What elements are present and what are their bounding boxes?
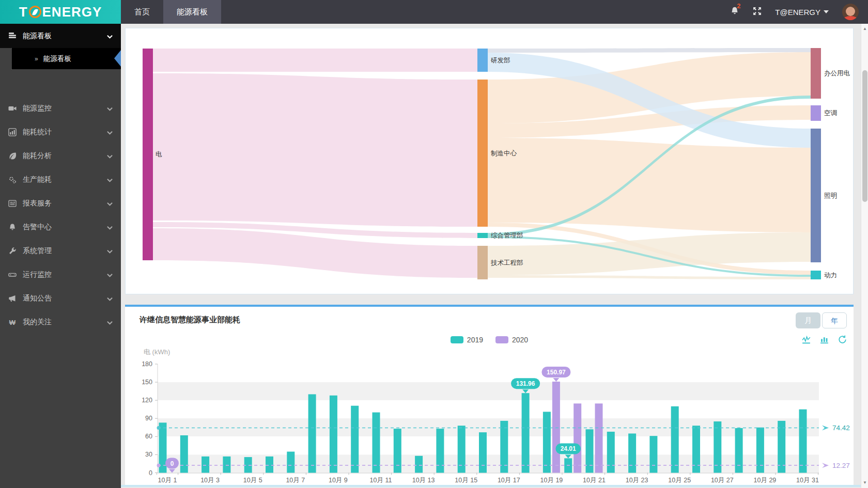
sankey-node-jishu[interactable] bbox=[477, 246, 488, 279]
sankey-node-dian[interactable] bbox=[143, 49, 153, 260]
x-tick-label: 10月 13 bbox=[412, 477, 435, 484]
notification-bell[interactable]: 2 bbox=[730, 6, 739, 18]
x-tick-label: 10月 17 bbox=[498, 477, 520, 484]
sankey-link-jishu-dongli[interactable] bbox=[488, 275, 811, 279]
user-menu[interactable]: T@ENERGY bbox=[775, 8, 829, 17]
bar-2019-10月 9[interactable] bbox=[330, 396, 337, 473]
bar-2019-10月 16[interactable] bbox=[479, 432, 487, 473]
chevron-down-icon bbox=[107, 104, 113, 113]
sankey-link-yanfa-bangong[interactable] bbox=[488, 48, 811, 53]
sankey-node-dongli[interactable] bbox=[811, 271, 821, 279]
bar-2019-10月 6[interactable] bbox=[266, 456, 273, 473]
sankey-node-yanfa[interactable] bbox=[477, 49, 488, 72]
leaf-icon bbox=[8, 152, 17, 160]
sankey-node-kongtiao[interactable] bbox=[811, 105, 821, 121]
chevron-down-icon bbox=[107, 32, 113, 40]
bar-2019-10月 22[interactable] bbox=[607, 432, 615, 473]
bar-2019-10月 5[interactable] bbox=[244, 457, 252, 473]
chevron-down-icon bbox=[107, 271, 113, 279]
bar-2019-10月 14[interactable] bbox=[436, 429, 444, 473]
sankey-node-bangong[interactable] bbox=[811, 48, 821, 99]
chevron-down-icon bbox=[107, 223, 113, 231]
bar-2019-10月 7[interactable] bbox=[287, 452, 295, 473]
sankey-link-dian-zhizao[interactable] bbox=[153, 73, 477, 227]
x-tick-label: 10月 5 bbox=[243, 477, 262, 484]
x-tick-label: 10月 1 bbox=[158, 477, 177, 484]
tab-energy-kanban[interactable]: 能源看板 bbox=[163, 0, 221, 24]
bar-2020-10月 20[interactable] bbox=[574, 403, 581, 473]
sidebar-item-report[interactable]: 报表服务 bbox=[0, 192, 121, 215]
app-logo[interactable]: TENERGY bbox=[0, 0, 121, 24]
logo-text-t: T bbox=[19, 4, 28, 20]
scroll-down-icon[interactable]: ▼ bbox=[861, 479, 868, 487]
sankey-link-dian-yanfa[interactable] bbox=[153, 49, 477, 72]
vertical-scrollbar[interactable]: ▲ ▼ bbox=[861, 24, 868, 488]
bar-2019-10月 21[interactable] bbox=[586, 429, 594, 473]
bar-2019-10月 28[interactable] bbox=[735, 428, 743, 473]
chevron-down-icon bbox=[107, 294, 113, 303]
bar-2020-10月 19[interactable] bbox=[552, 382, 560, 473]
bar-2019-10月 12[interactable] bbox=[394, 429, 401, 473]
energy-bar-card: 许继信息智慧能源事业部能耗 月 年 20192020 0306090120150… bbox=[125, 305, 854, 485]
sidebar-item-label: 报表服务 bbox=[23, 199, 52, 208]
bar-2019-10月 18[interactable] bbox=[522, 393, 530, 473]
bar-2020-10月 21[interactable] bbox=[595, 403, 603, 473]
sankey-node-zhizao[interactable] bbox=[477, 80, 488, 227]
sidebar-item-gears[interactable]: 生产能耗 bbox=[0, 168, 121, 192]
header-tabs: 首页能源看板 bbox=[121, 0, 221, 24]
y-tick-label: 0 bbox=[149, 469, 152, 477]
tab-home[interactable]: 首页 bbox=[121, 0, 163, 24]
sidebar-item-label: 系统管理 bbox=[23, 246, 52, 256]
bar-2019-10月 31[interactable] bbox=[799, 410, 807, 473]
sidebar-item-bell[interactable]: 告警中心 bbox=[0, 215, 121, 239]
chevron-down-icon bbox=[107, 152, 113, 160]
sidebar-item-megaphone[interactable]: 通知公告 bbox=[0, 287, 121, 310]
bar-2019-10月 23[interactable] bbox=[628, 433, 636, 473]
sankey-link-zhizao-zhaoming[interactable] bbox=[488, 138, 811, 232]
sidebar-item-label: 生产能耗 bbox=[23, 175, 52, 184]
sankey-node-zonghe[interactable] bbox=[477, 233, 488, 238]
sidebar-item-label: 能源监控 bbox=[23, 104, 52, 113]
sidebar-item-label: 通知公告 bbox=[23, 294, 52, 303]
y-tick-label: 180 bbox=[142, 360, 152, 368]
marker-pin-value: 0 bbox=[171, 460, 174, 467]
bar-2019-10月 29[interactable] bbox=[756, 428, 764, 473]
sankey-chart[interactable]: 电研发部制造中心综合管理部技术工程部办公用电空调照明动力 bbox=[126, 28, 853, 294]
x-tick-label: 10月 25 bbox=[668, 477, 691, 484]
sankey-card: 电研发部制造中心综合管理部技术工程部办公用电空调照明动力 bbox=[125, 28, 854, 294]
plot-stripe bbox=[158, 400, 819, 418]
scroll-up-icon[interactable]: ▲ bbox=[861, 25, 868, 33]
fullscreen-button[interactable] bbox=[753, 7, 762, 18]
sankey-node-label: 电 bbox=[156, 151, 162, 158]
energy-bar-chart[interactable]: 0306090120150180电 (kWh)10月 110月 310月 510… bbox=[125, 307, 853, 485]
bar-2019-10月 25[interactable] bbox=[671, 406, 679, 473]
bar-2019-10月 2[interactable] bbox=[180, 435, 188, 473]
x-tick-label: 10月 3 bbox=[200, 477, 220, 484]
sidebar-item-leaf[interactable]: 能耗分析 bbox=[0, 144, 121, 168]
scrollbar-thumb[interactable] bbox=[862, 70, 867, 202]
horizontal-scroll-hint[interactable] bbox=[121, 485, 861, 487]
sankey-node-label: 办公用电 bbox=[824, 70, 850, 77]
bar-2019-10月 3[interactable] bbox=[202, 456, 209, 473]
bar-2019-10月 4[interactable] bbox=[223, 456, 230, 473]
sidebar-item-hdd[interactable]: 运行监控 bbox=[0, 263, 121, 287]
sankey-node-zhaoming[interactable] bbox=[811, 129, 821, 262]
sidebar-item-won[interactable]: ₩我的关注 bbox=[0, 310, 121, 334]
bar-2019-10月 13[interactable] bbox=[415, 456, 423, 473]
sidebar-item-video[interactable]: 能源监控 bbox=[0, 97, 121, 120]
bar-2019-10月 11[interactable] bbox=[373, 413, 380, 473]
avatar[interactable] bbox=[842, 4, 859, 20]
sidebar-item-wrench[interactable]: 系统管理 bbox=[0, 239, 121, 263]
sankey-node-label: 技术工程部 bbox=[490, 259, 523, 266]
y-tick-label: 150 bbox=[142, 379, 152, 386]
chevron-down-icon bbox=[824, 10, 829, 13]
bar-2019-10月 19[interactable] bbox=[543, 412, 551, 473]
x-tick-label: 10月 23 bbox=[626, 477, 648, 484]
sidebar-group-energy-kanban[interactable]: 能源看板 bbox=[0, 24, 121, 48]
bell-icon bbox=[8, 223, 17, 231]
sidebar-item-energy-kanban-active[interactable]: » 能源看板 bbox=[11, 48, 121, 69]
bar-2019-10月 24[interactable] bbox=[649, 436, 657, 473]
sidebar-item-stats[interactable]: 能耗统计 bbox=[0, 120, 121, 144]
bar-2019-10月 8[interactable] bbox=[308, 394, 316, 473]
bar-2019-10月 10[interactable] bbox=[351, 406, 359, 473]
